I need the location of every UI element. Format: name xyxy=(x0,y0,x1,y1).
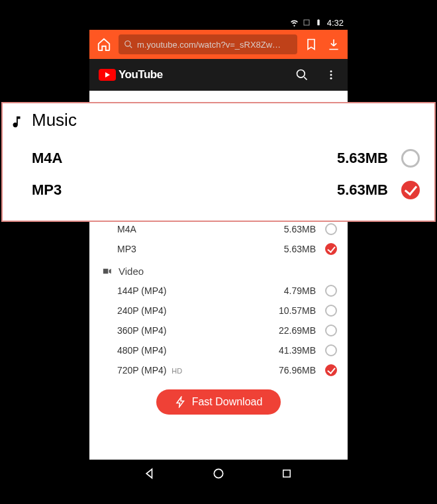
svg-point-0 xyxy=(125,41,130,46)
overlay-music-title: Music xyxy=(32,110,77,130)
music-format-list: M4A 5.63MB MP3 5.63MB xyxy=(89,219,348,259)
format-label: 144P (MP4) xyxy=(117,285,279,296)
radio-unchecked[interactable] xyxy=(325,325,337,336)
overlay-row-m4a[interactable]: M4A 5.63MB xyxy=(9,142,422,174)
fast-download-button[interactable]: Fast Download xyxy=(156,389,281,415)
overlay-format-label: MP3 xyxy=(32,181,330,199)
format-row-360p[interactable]: 360P (MP4) 22.69MB xyxy=(89,321,348,340)
format-size: 22.69MB xyxy=(279,325,316,336)
android-nav-bar xyxy=(89,460,348,487)
no-sim-icon xyxy=(302,18,311,27)
format-row-480p[interactable]: 480P (MP4) 41.39MB xyxy=(89,340,348,360)
fast-download-label: Fast Download xyxy=(192,396,263,408)
format-size: 5.63MB xyxy=(284,244,316,254)
browser-toolbar: m.youtube.com/watch?v=_sRX8Zw… xyxy=(89,30,348,59)
format-row-720p[interactable]: 720P (MP4) HD 76.96MB xyxy=(89,360,348,380)
url-text: m.youtube.com/watch?v=_sRX8Zw… xyxy=(137,40,281,50)
format-row-m4a[interactable]: M4A 5.63MB xyxy=(89,219,348,239)
radio-unchecked[interactable] xyxy=(325,223,337,235)
home-button[interactable] xyxy=(95,35,113,54)
phone-frame: 4:32 m.youtube.com/watch?v=_sRX8Zw… YouT… xyxy=(89,15,348,487)
download-button[interactable] xyxy=(325,36,342,53)
radio-unchecked[interactable] xyxy=(325,285,337,297)
format-row-mp3[interactable]: MP3 5.63MB xyxy=(89,239,348,259)
format-label: 360P (MP4) xyxy=(117,325,273,336)
format-size: 76.96MB xyxy=(279,365,316,376)
format-size: 41.39MB xyxy=(279,345,316,356)
hd-badge: HD xyxy=(171,367,182,375)
status-time: 4:32 xyxy=(327,18,344,28)
radio-unchecked[interactable] xyxy=(325,344,337,356)
svg-point-4 xyxy=(330,77,332,79)
svg-point-2 xyxy=(330,70,332,72)
overlay-format-size: 5.63MB xyxy=(337,150,388,167)
music-overlay-callout: Music M4A 5.63MB MP3 5.63MB xyxy=(1,102,436,222)
nav-home-button[interactable] xyxy=(211,466,226,481)
overlay-format-label: M4A xyxy=(32,150,330,167)
bookmark-button[interactable] xyxy=(303,36,320,53)
radio-checked[interactable] xyxy=(401,181,420,199)
radio-unchecked[interactable] xyxy=(401,149,420,168)
wifi-icon xyxy=(290,18,299,27)
overlay-music-header: Music xyxy=(9,110,422,130)
radio-checked[interactable] xyxy=(325,364,337,376)
format-label: M4A xyxy=(117,224,279,234)
music-note-icon xyxy=(9,113,24,128)
url-bar[interactable]: m.youtube.com/watch?v=_sRX8Zw… xyxy=(119,34,297,54)
battery-icon xyxy=(314,18,323,27)
youtube-search-button[interactable] xyxy=(295,68,309,82)
radio-unchecked[interactable] xyxy=(325,305,337,317)
youtube-brand-text: YouTube xyxy=(119,68,163,81)
youtube-header: YouTube xyxy=(89,59,348,91)
svg-point-5 xyxy=(214,469,222,478)
youtube-play-icon xyxy=(99,69,116,81)
video-section-header: Video xyxy=(89,259,348,281)
format-size: 5.63MB xyxy=(284,224,316,234)
svg-point-3 xyxy=(330,74,332,76)
format-size: 4.79MB xyxy=(284,285,316,296)
svg-rect-6 xyxy=(283,470,291,478)
youtube-logo[interactable]: YouTube xyxy=(99,68,163,81)
radio-checked[interactable] xyxy=(325,243,337,255)
format-label: 480P (MP4) xyxy=(117,345,273,356)
video-format-list: 144P (MP4) 4.79MB 240P (MP4) 10.57MB 360… xyxy=(89,281,348,380)
youtube-more-button[interactable] xyxy=(324,68,338,82)
format-row-144p[interactable]: 144P (MP4) 4.79MB xyxy=(89,281,348,301)
overlay-row-mp3[interactable]: MP3 5.63MB xyxy=(9,174,422,206)
overlay-format-size: 5.63MB xyxy=(337,181,388,199)
search-icon xyxy=(124,40,133,49)
video-section-title: Video xyxy=(119,266,144,277)
format-label: 240P (MP4) xyxy=(117,305,273,316)
status-bar: 4:32 xyxy=(89,15,348,30)
bolt-icon xyxy=(175,396,187,408)
format-label: MP3 xyxy=(117,244,279,254)
svg-point-1 xyxy=(297,70,305,78)
format-label: 720P (MP4) HD xyxy=(117,365,273,376)
format-row-240p[interactable]: 240P (MP4) 10.57MB xyxy=(89,301,348,321)
nav-recent-button[interactable] xyxy=(279,466,294,481)
nav-back-button[interactable] xyxy=(143,466,158,481)
video-icon xyxy=(101,266,112,277)
format-size: 10.57MB xyxy=(279,305,316,316)
